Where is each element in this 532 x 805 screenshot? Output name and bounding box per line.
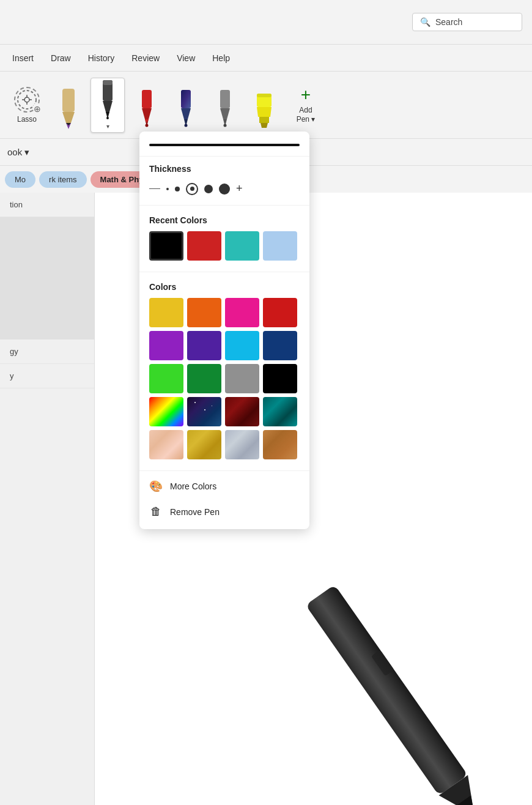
remove-pen-icon: 🗑 — [149, 505, 163, 518]
more-colors-button[interactable]: 🎨 More Colors — [139, 473, 309, 499]
divider-3 — [139, 470, 309, 471]
recent-color-teal[interactable] — [225, 231, 259, 261]
color-green[interactable] — [149, 364, 183, 393]
pen-icon-3 — [135, 89, 159, 130]
notebook-name-text: ook — [7, 147, 22, 157]
svg-marker-22 — [181, 108, 191, 119]
svg-marker-26 — [220, 108, 230, 119]
thickness-option-xl[interactable] — [219, 184, 230, 195]
thickness-option-xs[interactable] — [166, 188, 169, 190]
color-navy[interactable] — [263, 331, 297, 360]
svg-rect-35 — [371, 650, 394, 676]
search-box[interactable]: 🔍 Search — [412, 13, 522, 31]
svg-marker-12 — [103, 101, 113, 112]
pen-tool-6[interactable] — [247, 78, 281, 133]
lasso-circle-icon — [14, 87, 40, 113]
color-wood-texture[interactable] — [263, 430, 297, 459]
svg-rect-32 — [259, 117, 269, 123]
recent-colors-row — [149, 231, 300, 261]
menu-review[interactable]: Review — [124, 50, 167, 67]
colors-row-3 — [149, 364, 300, 393]
recent-color-red[interactable] — [187, 231, 221, 261]
pen-tool-4[interactable] — [169, 78, 203, 133]
left-panel: tion gy y — [0, 193, 95, 805]
recent-color-black[interactable] — [149, 231, 183, 261]
color-silver-texture[interactable] — [225, 430, 259, 459]
color-orange[interactable] — [187, 298, 221, 327]
sidebar-y-label: y — [10, 371, 14, 380]
color-gray[interactable] — [225, 364, 259, 393]
svg-marker-33 — [260, 123, 268, 128]
search-icon: 🔍 — [420, 17, 430, 27]
sidebar-item-gy[interactable]: gy — [0, 339, 94, 364]
svg-marker-36 — [439, 775, 489, 805]
svg-rect-25 — [220, 90, 230, 108]
thickness-option-sm[interactable] — [175, 187, 180, 191]
svg-marker-7 — [62, 112, 75, 123]
svg-marker-37 — [457, 795, 481, 805]
color-dark-green[interactable] — [187, 364, 221, 393]
thickness-row: + — [149, 180, 300, 198]
color-red[interactable] — [263, 298, 297, 327]
menu-insert[interactable]: Insert — [5, 50, 41, 67]
menu-history[interactable]: History — [81, 50, 122, 67]
color-dark-red-texture[interactable] — [225, 397, 259, 426]
add-pen-button[interactable]: + AddPen ▾ — [286, 78, 325, 133]
colors-row-2 — [149, 331, 300, 360]
color-peach-texture[interactable] — [149, 430, 183, 459]
divider-1 — [139, 205, 309, 206]
add-pen-plus-icon: + — [301, 86, 311, 103]
svg-rect-16 — [142, 90, 152, 108]
thickness-plus-button[interactable]: + — [236, 182, 243, 195]
pen-icon-6 — [252, 89, 276, 130]
menu-draw[interactable]: Draw — [43, 50, 78, 67]
notebook-name[interactable]: ook ▾ — [7, 147, 29, 158]
thickness-option-md-selected[interactable] — [186, 183, 198, 195]
pen-color-dropdown: Thickness + Recent Colors — [139, 132, 309, 529]
color-black[interactable] — [263, 364, 297, 393]
color-cyan[interactable] — [225, 331, 259, 360]
tab-work-items[interactable]: rk items — [39, 171, 87, 188]
thickness-option-lg[interactable] — [204, 185, 213, 193]
notebook-dropdown-arrow[interactable]: ▾ — [24, 147, 29, 158]
svg-point-28 — [224, 124, 227, 127]
pen-tool-1[interactable] — [51, 78, 86, 133]
menu-view[interactable]: View — [169, 50, 202, 67]
svg-rect-11 — [103, 80, 113, 85]
menu-help[interactable]: Help — [205, 50, 237, 67]
recent-color-lightblue[interactable] — [263, 231, 297, 261]
color-teal-texture[interactable] — [263, 397, 297, 426]
sidebar-item-y[interactable]: y — [0, 364, 94, 388]
color-dark-purple[interactable] — [187, 331, 221, 360]
color-yellow[interactable] — [149, 298, 183, 327]
color-gold-texture[interactable] — [187, 430, 221, 459]
lasso-tool[interactable]: Lasso — [7, 78, 46, 133]
pen-dropdown-arrow-2[interactable]: ▾ — [106, 123, 109, 130]
lasso-label: Lasso — [17, 115, 37, 124]
tab-mo[interactable]: Mo — [5, 171, 35, 188]
pen-tool-5[interactable] — [208, 78, 242, 133]
add-pen-label: AddPen ▾ — [297, 106, 316, 124]
more-colors-icon: 🎨 — [149, 480, 163, 493]
pen-tool-2[interactable]: ▾ — [91, 78, 125, 133]
color-galaxy[interactable] — [187, 397, 221, 426]
thickness-option-line[interactable] — [149, 188, 160, 189]
color-purple[interactable] — [149, 331, 183, 360]
pen-icon-5 — [213, 89, 237, 130]
divider-2 — [139, 272, 309, 272]
recent-colors-section: Recent Colors — [139, 208, 309, 269]
svg-point-1 — [24, 97, 29, 102]
menu-bar: Insert Draw History Review View Help — [0, 45, 532, 72]
top-bar: 🔍 Search — [0, 0, 532, 45]
sidebar-gy-label: gy — [10, 347, 18, 356]
stylus-illustration — [300, 499, 532, 805]
pen-icon-2 — [95, 80, 120, 122]
remove-pen-button[interactable]: 🗑 Remove Pen — [139, 499, 309, 524]
pen-icon-4 — [174, 89, 198, 130]
color-rainbow[interactable] — [149, 397, 183, 426]
color-pink[interactable] — [225, 298, 259, 327]
remove-pen-label: Remove Pen — [170, 507, 220, 517]
pen-tool-3[interactable] — [130, 78, 164, 133]
sidebar-item-tion[interactable]: tion — [0, 193, 94, 217]
more-colors-label: More Colors — [170, 481, 216, 491]
